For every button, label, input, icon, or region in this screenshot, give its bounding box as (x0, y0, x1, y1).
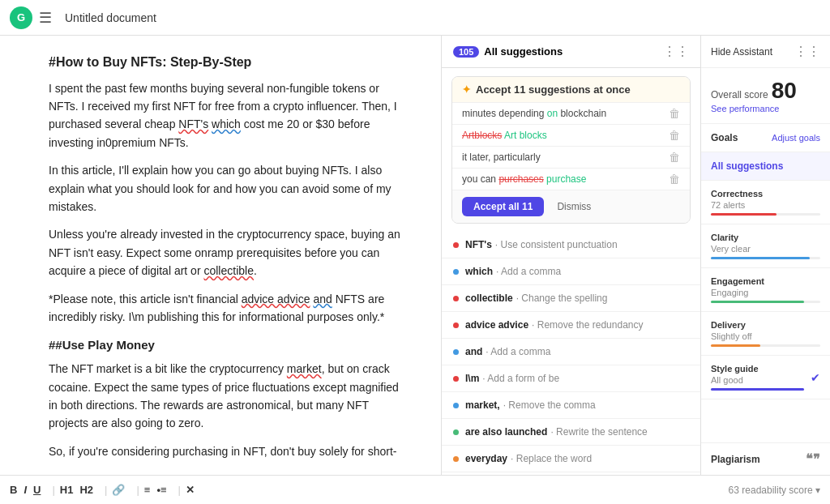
style-guide-section[interactable]: Style guide All good ✔ (701, 356, 830, 399)
accept-box-header: ✦ Accept 11 suggestions at once (452, 77, 690, 102)
clarity-bar (711, 257, 820, 259)
paragraph-5: The NFT market is a bit like the cryptoc… (49, 360, 409, 433)
suggestion-desc-6: · Add a form of be (482, 373, 559, 384)
accept-item-text-3: it later, particularly (462, 152, 541, 163)
goals-section: Goals Adjust goals (701, 124, 830, 152)
suggestion-left-3: collectible · Change the spelling (453, 293, 607, 304)
accept-item-text-2: Artblocks Art blocks (462, 130, 547, 141)
engagement-sub: Engaging (711, 288, 820, 297)
suggestion-desc-1: · Use consistent punctuation (495, 239, 618, 250)
suggestion-desc-3: · Change the spelling (516, 293, 608, 304)
trash-icon-4[interactable]: 🗑 (669, 173, 680, 186)
suggestion-item-launched[interactable]: are also launched · Rewrite the sentence (442, 419, 700, 446)
trash-icon-3[interactable]: 🗑 (669, 151, 680, 164)
doc-title[interactable]: Untitled document (65, 11, 820, 24)
bold-button[interactable]: B (10, 484, 17, 496)
main-layout: #How to Buy NFTs: Step-By-Step I spent t… (0, 36, 830, 475)
panel-options-icon[interactable]: ⋮⋮ (794, 44, 820, 59)
hide-assistant-section: Hide Assistant ⋮⋮ (701, 36, 830, 68)
suggestion-word-1: NFT's (465, 239, 492, 250)
toolbar-sep-2: | (105, 484, 107, 496)
italic-button[interactable]: I (24, 484, 27, 496)
accept-item-text-1: minutes depending on blockchain (462, 108, 606, 119)
suggestion-item-and[interactable]: and · Add a comma (442, 339, 700, 365)
accept-box: ✦ Accept 11 suggestions at once minutes … (451, 76, 691, 224)
plagiarism-section[interactable]: Plagiarism ❝❞ (701, 442, 830, 475)
suggestion-item-which[interactable]: which · Add a comma (442, 258, 700, 285)
dot-blue-5 (453, 349, 459, 355)
suggestion-list: NFT's · Use consistent punctuation which… (442, 232, 700, 475)
trash-icon-1[interactable]: 🗑 (669, 107, 680, 120)
delivery-section[interactable]: Delivery Slightly off (701, 312, 830, 356)
clear-format-button[interactable]: ✕ (186, 484, 195, 496)
score-title: Overall score (711, 89, 768, 100)
suggestion-left-8: are also launched · Rewrite the sentence (453, 426, 648, 438)
suggestion-item-nfts[interactable]: NFT's · Use consistent punctuation (442, 232, 700, 258)
trash-icon-2[interactable]: 🗑 (669, 129, 680, 142)
accept-all-button[interactable]: Accept all 11 (462, 197, 544, 216)
toolbar-sep-3: | (136, 484, 139, 496)
hide-assistant-label[interactable]: Hide Assistant (711, 46, 772, 58)
correctness-section[interactable]: Correctness 72 alerts (701, 181, 830, 224)
suggestion-word-6: I\m (465, 373, 479, 384)
link-button[interactable]: 🔗 (112, 484, 125, 496)
toolbar-sep-1: | (52, 484, 54, 496)
editor-area[interactable]: #How to Buy NFTs: Step-By-Step I spent t… (0, 36, 441, 475)
heading-2: ##Use Play Money (49, 335, 409, 355)
paragraph-4: *Please note, this article isn't financi… (49, 290, 409, 327)
h2-button[interactable]: H2 (79, 484, 93, 496)
suggestion-left-6: I\m · Add a form of be (453, 373, 559, 384)
bullet-button[interactable]: •≡ (156, 484, 166, 496)
suggestion-item-im[interactable]: I\m · Add a form of be (442, 365, 700, 392)
dismiss-button[interactable]: Dismiss (550, 197, 597, 216)
engagement-section[interactable]: Engagement Engaging (701, 268, 830, 312)
underline-button[interactable]: U (33, 484, 41, 496)
suggestion-item-everyday[interactable]: everyday · Replace the word (442, 446, 700, 472)
readability-score[interactable]: 63 readability score ▾ (729, 485, 820, 496)
clarity-section[interactable]: Clarity Very clear (701, 224, 830, 268)
style-guide-bar-fill (711, 388, 804, 391)
accept-item-2[interactable]: Artblocks Art blocks 🗑 (452, 124, 690, 146)
suggestion-desc-4: · Remove the redundancy (532, 319, 643, 331)
accept-item-3[interactable]: it later, particularly 🗑 (452, 146, 690, 168)
correctness-bar (711, 213, 820, 216)
suggestion-word-8: are also launched (465, 426, 547, 438)
suggestion-left-7: market, · Remove the comma (453, 399, 596, 411)
menu-icon[interactable]: ☰ (39, 9, 52, 27)
accept-item-1[interactable]: minutes depending on blockchain 🗑 (452, 102, 690, 124)
style-guide-sub: All good (711, 375, 804, 385)
goals-label: Goals (711, 132, 738, 143)
suggestion-item-market[interactable]: market, · Remove the comma (442, 392, 700, 419)
suggestion-desc-2: · Add a comma (496, 266, 561, 277)
suggestions-options-icon[interactable]: ⋮⋮ (663, 44, 689, 59)
accept-buttons: Accept all 11 Dismiss (452, 190, 690, 223)
accept-item-4[interactable]: you can purchases purchase 🗑 (452, 168, 690, 190)
dot-blue-2 (453, 269, 459, 275)
dot-red-3 (453, 296, 459, 301)
engagement-bar-fill (711, 301, 804, 303)
dot-blue-7 (453, 403, 459, 408)
style-guide-label: Style guide (711, 364, 804, 374)
all-suggestions-tab[interactable]: All suggestions (701, 152, 830, 181)
engagement-label: Engagement (711, 276, 820, 286)
accept-box-title: Accept 11 suggestions at once (476, 83, 631, 96)
paragraph-6: So, if you're considering purchasing in … (49, 442, 409, 460)
suggestion-desc-5: · Add a comma (486, 346, 550, 357)
goals-row: Goals Adjust goals (711, 132, 820, 143)
suggestion-item-advice[interactable]: advice advice · Remove the redundancy (442, 312, 700, 339)
dot-green-8 (453, 429, 459, 435)
accept-item-text-4: you can purchases purchase (462, 173, 586, 185)
correctness-sub: 72 alerts (711, 200, 820, 210)
goals-link[interactable]: Adjust goals (772, 133, 820, 143)
score-section: Overall score 80 See performance (701, 68, 830, 124)
plagiarism-icon: ❝❞ (806, 451, 820, 467)
editor-content: #How to Buy NFTs: Step-By-Step I spent t… (49, 52, 409, 460)
suggestion-desc-7: · Remove the comma (503, 399, 596, 411)
suggestion-item-collectible[interactable]: collectible · Change the spelling (442, 285, 700, 312)
style-guide-check-icon: ✔ (811, 371, 820, 384)
h1-button[interactable]: H1 (60, 484, 74, 496)
see-performance[interactable]: See performance (711, 104, 820, 113)
correctness-bar-fill (711, 213, 777, 216)
suggestion-word-2: which (465, 266, 493, 277)
list-button[interactable]: ≡ (144, 484, 151, 496)
